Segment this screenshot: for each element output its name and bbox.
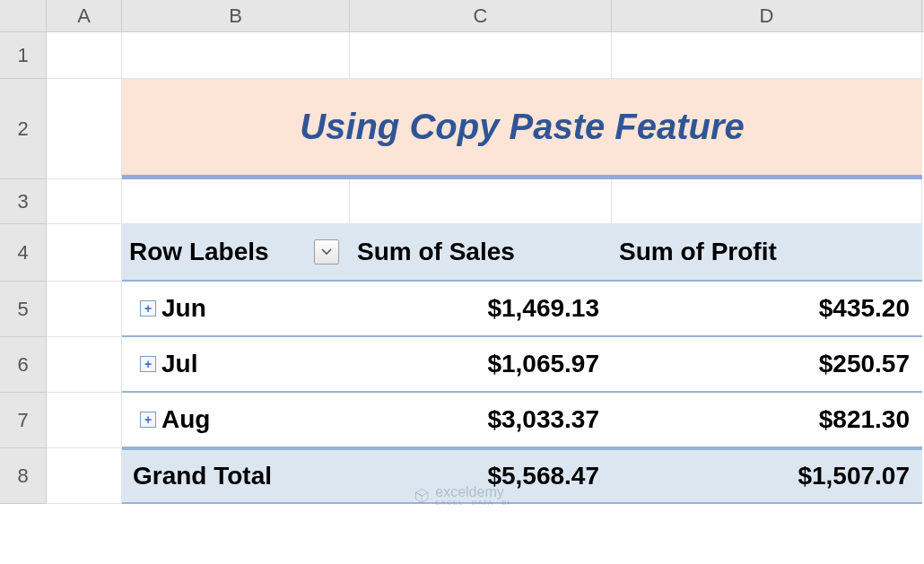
row-header-4[interactable]: 4 (0, 224, 47, 282)
pivot-header-sales[interactable]: Sum of Sales (350, 224, 612, 282)
cell-D3[interactable] (612, 179, 922, 224)
row-header-5[interactable]: 5 (0, 282, 47, 337)
cell-profit-jun[interactable]: $435.20 (612, 282, 922, 337)
cell-C3[interactable] (350, 179, 612, 224)
spreadsheet: A B C D 1 2 3 4 5 6 7 8 Using Copy Paste… (0, 0, 924, 564)
row-header-8[interactable]: 8 (0, 448, 47, 504)
cell-profit-jul[interactable]: $250.57 (612, 337, 922, 393)
value: $821.30 (819, 405, 910, 434)
cell-A1[interactable] (47, 32, 122, 79)
col-header-C[interactable]: C (350, 0, 612, 31)
value: $3,033.37 (487, 405, 599, 434)
pivot-row-jun[interactable]: + Jun (122, 282, 350, 337)
cell-A7[interactable] (47, 393, 122, 448)
pivot-row-aug[interactable]: + Aug (122, 393, 350, 448)
select-all-corner[interactable] (0, 0, 47, 31)
value: $1,469.13 (487, 294, 599, 323)
row-header-7[interactable]: 7 (0, 393, 47, 448)
cell-B3[interactable] (122, 179, 350, 224)
cell-sales-jul[interactable]: $1,065.97 (350, 337, 612, 393)
row-labels-text: Row Labels (129, 238, 269, 266)
cell-A5[interactable] (47, 282, 122, 337)
row-headers: 1 2 3 4 5 6 7 8 (0, 32, 47, 504)
cell-sales-aug[interactable]: $3,033.37 (350, 393, 612, 448)
row-label-jul: Jul (161, 350, 197, 378)
cell-A6[interactable] (47, 337, 122, 393)
cell-A4[interactable] (47, 224, 122, 282)
row-header-3[interactable]: 3 (0, 179, 47, 224)
grand-total-label: Grand Total (133, 462, 272, 490)
expand-icon[interactable]: + (140, 412, 156, 428)
value: $435.20 (819, 294, 910, 323)
grand-total-sales[interactable]: $5,568.47 (350, 448, 612, 504)
cell-profit-aug[interactable]: $821.30 (612, 393, 922, 448)
cell-A3[interactable] (47, 179, 122, 224)
expand-icon[interactable]: + (140, 356, 156, 372)
filter-dropdown-button[interactable] (314, 239, 339, 265)
grid: Using Copy Paste Feature Row Labels Sum … (47, 32, 922, 504)
pivot-header-rowlabels[interactable]: Row Labels (122, 224, 350, 282)
cell-sales-jun[interactable]: $1,469.13 (350, 282, 612, 337)
pivot-header-profit[interactable]: Sum of Profit (612, 224, 922, 282)
cell-B1[interactable] (122, 32, 350, 79)
value: $250.57 (819, 350, 910, 378)
title-cell[interactable]: Using Copy Paste Feature (122, 79, 922, 179)
value: $1,507.07 (798, 462, 910, 490)
value: $5,568.47 (487, 462, 599, 490)
row-label-aug: Aug (161, 405, 210, 434)
page-title: Using Copy Paste Feature (300, 107, 745, 147)
pivot-row-jul[interactable]: + Jul (122, 337, 350, 393)
sum-profit-label: Sum of Profit (619, 238, 777, 266)
col-header-B[interactable]: B (122, 0, 350, 31)
col-header-D[interactable]: D (612, 0, 922, 31)
cell-A8[interactable] (47, 448, 122, 504)
cell-D1[interactable] (612, 32, 922, 79)
row-header-6[interactable]: 6 (0, 337, 47, 393)
value: $1,065.97 (487, 350, 599, 378)
row-header-2[interactable]: 2 (0, 79, 47, 179)
cell-C1[interactable] (350, 32, 612, 79)
cell-A2[interactable] (47, 79, 122, 179)
col-header-A[interactable]: A (47, 0, 122, 31)
expand-icon[interactable]: + (140, 300, 156, 317)
grand-total-label-cell[interactable]: Grand Total (122, 448, 350, 504)
sum-sales-label: Sum of Sales (357, 238, 515, 266)
row-label-jun: Jun (161, 294, 206, 323)
chevron-down-icon (321, 248, 332, 256)
grand-total-profit[interactable]: $1,507.07 (612, 448, 922, 504)
column-headers: A B C D (0, 0, 924, 32)
row-header-1[interactable]: 1 (0, 32, 47, 79)
